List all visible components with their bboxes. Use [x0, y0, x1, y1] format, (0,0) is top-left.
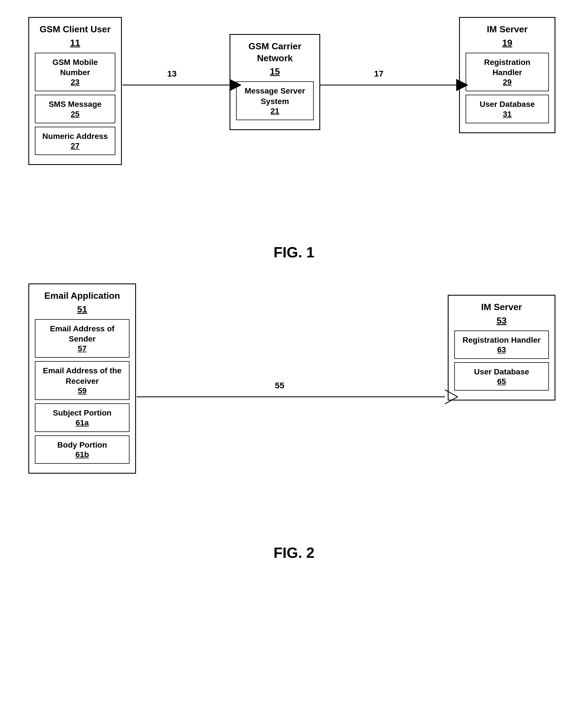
- gsm-mobile-number-box: GSM Mobile Number 23: [35, 53, 115, 91]
- gsm-mobile-number-title: GSM Mobile Number: [41, 57, 110, 78]
- sms-message-box: SMS Message 25: [35, 95, 115, 123]
- email-app-number: 51: [35, 304, 129, 315]
- email-receiver-num: 59: [41, 386, 124, 395]
- gsm-carrier-number: 15: [236, 66, 314, 77]
- im-server-box: IM Server 19 Registration Handler 29 Use…: [459, 17, 555, 133]
- user-database-num: 31: [471, 110, 543, 119]
- gsm-client-number: 11: [35, 38, 115, 48]
- fig1-section: GSM Client User 11 GSM Mobile Number 23 …: [23, 17, 565, 261]
- fig2-user-database-box: User Database 65: [454, 362, 549, 391]
- email-sender-title: Email Address of Sender: [41, 324, 124, 344]
- message-server-num: 21: [242, 107, 308, 115]
- fig2-im-server-box: IM Server 53 Registration Handler 63 Use…: [448, 295, 555, 400]
- fig2-im-server-title: IM Server: [454, 301, 549, 313]
- body-portion-title: Body Portion: [41, 440, 124, 450]
- gsm-client-box: GSM Client User 11 GSM Mobile Number 23 …: [28, 17, 122, 165]
- im-server-number: 19: [466, 38, 549, 48]
- sms-message-num: 25: [41, 110, 110, 119]
- gsm-mobile-number-num: 23: [41, 78, 110, 87]
- message-server-title: Message Server System: [242, 86, 308, 107]
- fig1-label-text: FIG. 1: [273, 244, 314, 260]
- numeric-address-box: Numeric Address 27: [35, 127, 115, 155]
- fig2-registration-handler-box: Registration Handler 63: [454, 331, 549, 359]
- svg-text:13: 13: [167, 69, 176, 78]
- fig2-user-database-num: 65: [460, 377, 543, 386]
- gsm-carrier-box: GSM Carrier Network 15 Message Server Sy…: [230, 34, 320, 130]
- email-sender-box: Email Address of Sender 57: [35, 319, 129, 358]
- fig2-diagram: Email Application 51 Email Address of Se…: [23, 284, 561, 539]
- email-receiver-box: Email Address of the Receiver 59: [35, 361, 129, 400]
- subject-portion-box: Subject Portion 61a: [35, 403, 129, 432]
- email-receiver-title: Email Address of the Receiver: [41, 366, 124, 386]
- fig2-section: Email Application 51 Email Address of Se…: [23, 284, 565, 561]
- fig1-diagram: GSM Client User 11 GSM Mobile Number 23 …: [23, 17, 561, 238]
- svg-text:55: 55: [275, 381, 284, 390]
- subject-portion-title: Subject Portion: [41, 408, 124, 418]
- email-app-box: Email Application 51 Email Address of Se…: [28, 284, 136, 474]
- gsm-client-title: GSM Client User: [35, 23, 115, 36]
- message-server-box: Message Server System 21: [236, 81, 314, 120]
- fig2-label-text: FIG. 2: [273, 545, 314, 561]
- subject-portion-num: 61a: [41, 418, 124, 427]
- registration-handler-num: 29: [471, 78, 543, 87]
- email-app-title: Email Application: [35, 290, 129, 302]
- fig2-label: FIG. 2: [23, 544, 565, 561]
- fig2-im-server-number: 53: [454, 315, 549, 326]
- fig1-label: FIG. 1: [23, 244, 565, 261]
- numeric-address-title: Numeric Address: [41, 131, 110, 142]
- numeric-address-num: 27: [41, 142, 110, 150]
- user-database-title: User Database: [471, 99, 543, 109]
- registration-handler-title: Registration Handler: [471, 57, 543, 78]
- fig2-registration-handler-num: 63: [460, 345, 543, 354]
- gsm-carrier-title: GSM Carrier Network: [236, 41, 314, 64]
- im-server-title: IM Server: [466, 23, 549, 36]
- fig2-user-database-title: User Database: [460, 367, 543, 377]
- email-sender-num: 57: [41, 344, 124, 353]
- user-database-box: User Database 31: [466, 95, 549, 123]
- registration-handler-box: Registration Handler 29: [466, 53, 549, 91]
- fig2-registration-handler-title: Registration Handler: [460, 335, 543, 345]
- svg-text:17: 17: [374, 69, 383, 78]
- body-portion-box: Body Portion 61b: [35, 435, 129, 464]
- sms-message-title: SMS Message: [41, 99, 110, 109]
- body-portion-num: 61b: [41, 450, 124, 459]
